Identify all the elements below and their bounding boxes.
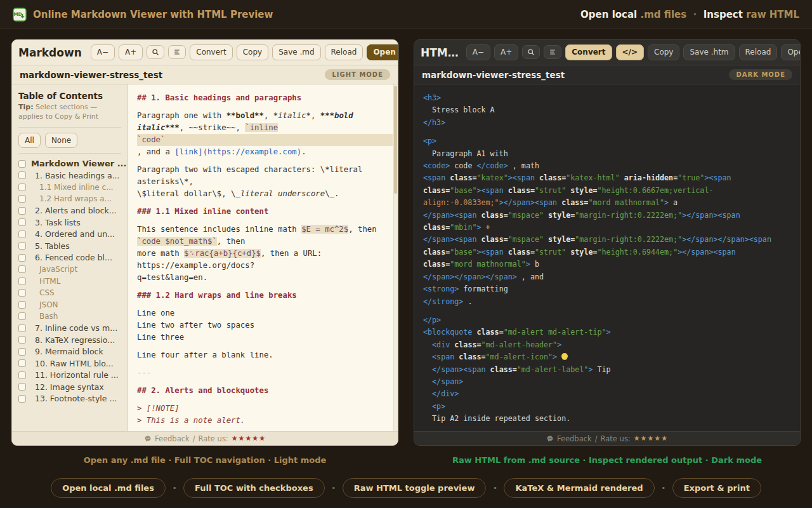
feature-pills-row: Open local .md files·Full TOC with check… — [0, 478, 812, 498]
toc-checkbox[interactable] — [18, 171, 26, 179]
toc-item-label: 12. Image syntax — [31, 382, 104, 392]
pill-raw-html-toggle[interactable]: Raw HTML toggle preview — [343, 478, 487, 498]
font-increase-button[interactable]: A+ — [494, 44, 518, 60]
toc-item[interactable]: 11. Horizontal rule ... — [18, 371, 121, 380]
toc-checkbox[interactable] — [18, 254, 26, 262]
toc-checkbox[interactable] — [18, 160, 26, 168]
toc-checkbox[interactable] — [18, 359, 26, 367]
outline-button[interactable] — [168, 45, 186, 59]
font-increase-button[interactable]: A+ — [119, 44, 143, 60]
reload-button[interactable]: Reload — [325, 44, 363, 60]
toc-item[interactable]: 9. Mermaid block — [18, 347, 121, 356]
markdown-panel-title: Markdown — [18, 46, 82, 59]
toc-item[interactable]: 8. KaTeX regressio... — [18, 336, 121, 345]
toc-checkbox[interactable] — [18, 184, 26, 191]
toc-tip: Tip: Select sections — applies to Copy &… — [18, 103, 121, 128]
markdown-file-row: markdown-viewer-stress_test LIGHT MODE — [12, 65, 398, 84]
open-md-button[interactable]: Open .md — [781, 44, 801, 60]
toc-item[interactable]: 2. Alerts and block... — [18, 206, 121, 215]
pill-open-local-md[interactable]: Open local .md files — [51, 478, 166, 498]
toc-checkbox[interactable] — [18, 289, 26, 297]
toc-item[interactable]: CSS — [18, 289, 121, 298]
toc-checkbox[interactable] — [18, 324, 26, 332]
markdown-line: Paragraph two with escaped characters: \… — [137, 164, 393, 176]
toc-select-all-button[interactable]: All — [18, 133, 41, 148]
save-htm-button[interactable]: Save .htm — [683, 44, 735, 60]
feedback-bubble-icon — [546, 435, 554, 443]
toc-item[interactable]: 3. Task lists — [18, 218, 121, 227]
markdown-line: more math $␌rac{a+b}{c+d}$, then a URL: — [137, 248, 393, 260]
rating-stars[interactable]: ★★★★★ — [232, 434, 266, 443]
feedback-link[interactable]: Feedback — [155, 434, 190, 443]
markdown-line: \$literal dollar\$, \_literal underscore… — [137, 188, 393, 200]
toc-checkbox[interactable] — [18, 348, 26, 356]
open-md-button[interactable]: Open .md — [367, 44, 398, 60]
code-line: class="base"><span class="strut" style="… — [423, 185, 791, 197]
markdown-panel-toolbar: Markdown A−A+ConvertCopySave .mdReloadOp… — [12, 40, 398, 65]
markdown-line: ## 1. Basic headings and paragraphs — [137, 92, 393, 104]
toc-checkbox[interactable] — [18, 395, 26, 403]
convert-button[interactable]: Convert — [565, 44, 612, 60]
toc-checkbox[interactable] — [18, 371, 26, 379]
toc-item[interactable]: 1.2 Hard wraps a... — [18, 195, 121, 204]
font-decrease-button[interactable]: A− — [466, 44, 490, 60]
toc-item[interactable]: 10. Raw HTML blo... — [18, 359, 121, 368]
toc-item[interactable]: JavaScript — [18, 265, 121, 274]
pill-export-print[interactable]: Export & print — [672, 478, 761, 498]
reload-button[interactable]: Reload — [739, 44, 778, 60]
markdown-line: Line three — [137, 331, 393, 344]
toc-item[interactable]: 1. Basic headings a... — [18, 171, 121, 180]
toc-checkbox[interactable] — [18, 242, 26, 250]
toc-checkbox[interactable] — [18, 207, 26, 215]
toc-checkbox[interactable] — [18, 277, 26, 285]
toc-checkbox[interactable] — [18, 312, 26, 320]
toc-item[interactable]: HTML — [18, 277, 121, 286]
pill-full-toc[interactable]: Full TOC with checkboxes — [183, 478, 325, 498]
toc-checkbox[interactable] — [18, 195, 26, 203]
feedback-link[interactable]: Feedback — [557, 434, 592, 443]
toc-checkbox[interactable] — [18, 231, 26, 238]
markdown-line: > This is a note alert. — [137, 415, 393, 427]
toc-item[interactable]: 5. Tables — [18, 242, 121, 251]
outline-icon — [173, 48, 181, 56]
search-button[interactable] — [147, 45, 164, 59]
toc-checkbox[interactable] — [18, 265, 26, 273]
markdown-line — [137, 284, 393, 290]
copy-button[interactable]: Copy — [237, 44, 268, 60]
markdown-line: ## 2. Alerts and blockquotes — [137, 385, 393, 397]
copy-button[interactable]: Copy — [648, 44, 679, 60]
search-button[interactable] — [522, 45, 540, 59]
toc-item[interactable]: Markdown Viewer ... — [18, 159, 121, 168]
toc-item[interactable]: 7. Inline code vs m... — [18, 324, 121, 333]
toc-item-label: 8. KaTeX regressio... — [31, 335, 115, 345]
markdown-scrollbar[interactable] — [393, 84, 398, 431]
outline-button[interactable] — [544, 45, 561, 59]
toc-checkbox[interactable] — [18, 218, 26, 226]
toc-checkbox[interactable] — [18, 383, 26, 391]
pill-katex-mermaid[interactable]: KaTeX & Mermaid rendered — [504, 478, 654, 498]
rating-stars[interactable]: ★★★★★ — [634, 434, 668, 443]
code-line: </h3> — [423, 117, 791, 129]
toc-item-label: JSON — [31, 300, 58, 309]
toc-item[interactable]: 13. Footnote-style ... — [18, 394, 121, 403]
code-view-button[interactable]: </> — [616, 44, 645, 60]
toc-item[interactable]: 4. Ordered and un... — [18, 230, 121, 239]
toc-item[interactable]: 12. Image syntax — [18, 383, 121, 392]
toc-item[interactable]: 6. Fenced code bl... — [18, 253, 121, 262]
toc-item[interactable]: JSON — [18, 300, 121, 309]
convert-button[interactable]: Convert — [190, 44, 232, 60]
markdown-panel-caption: Open any .md file · Full TOC navigation … — [11, 455, 398, 465]
toc-select-none-button[interactable]: None — [45, 133, 77, 148]
dark-mode-badge: DARK MODE — [729, 69, 792, 80]
save-md-button[interactable]: Save .md — [272, 44, 320, 60]
toc-checkbox[interactable] — [18, 301, 26, 309]
rate-us-label: Rate us: — [601, 434, 631, 443]
font-decrease-button[interactable]: A− — [91, 44, 115, 60]
toc-checkbox[interactable] — [18, 336, 26, 344]
toc-item-label: 1.1 Mixed inline c... — [31, 183, 114, 192]
toc-item[interactable]: 1.1 Mixed inline c... — [18, 183, 121, 192]
toc-item-label: JavaScript — [31, 265, 77, 274]
toc-item-label: 11. Horizontal rule ... — [31, 370, 119, 380]
toc-item[interactable]: Bash — [18, 312, 121, 321]
code-line: align:-0.0833em;"></span><span class="mo… — [423, 197, 791, 209]
